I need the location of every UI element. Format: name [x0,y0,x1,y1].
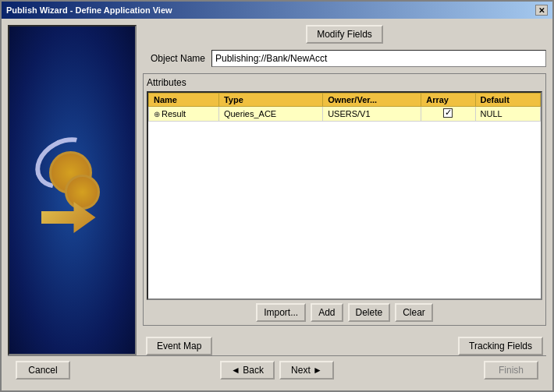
event-map-button[interactable]: Event Map [146,337,212,355]
cell-type: Queries_ACE [218,107,322,122]
clear-button[interactable]: Clear [395,303,433,322]
finish-button[interactable]: Finish [484,361,538,380]
col-header-default: Default [475,94,540,107]
cell-owner: USERS/V1 [323,107,421,122]
close-button[interactable]: ✕ [535,5,548,16]
col-header-name: Name [149,94,219,107]
add-button[interactable]: Add [311,303,343,322]
expand-icon[interactable]: ⊕ [154,110,160,118]
footer-center: ◄ Back Next ► [220,361,334,380]
attributes-table-container: Name Type Owner/Ver... Array Default ⊕Re… [147,91,542,300]
next-button[interactable]: Next ► [279,361,334,380]
window-body: Modify Fields Object Name Attributes Nam… [2,19,552,390]
gear2-icon [65,175,100,210]
table-body: ⊕Result Queries_ACE USERS/V1 NULL [149,107,541,122]
window-title: Publish Wizard - Define Application View [6,5,172,15]
footer-bar: Cancel ◄ Back Next ► Finish [8,355,546,384]
cancel-button[interactable]: Cancel [16,361,70,380]
object-name-input[interactable] [211,50,546,67]
title-bar: Publish Wizard - Define Application View… [2,2,552,19]
cell-default: NULL [475,107,540,122]
import-button[interactable]: Import... [256,303,306,322]
col-header-type: Type [218,94,322,107]
bottom-left: Event Map [146,337,212,355]
tracking-fields-button[interactable]: Tracking Fields [458,337,543,355]
bottom-right: Tracking Fields [458,337,543,355]
content-area: Modify Fields Object Name Attributes Nam… [8,25,546,355]
attributes-legend: Attributes [147,77,542,88]
main-window: Publish Wizard - Define Application View… [0,0,554,392]
left-panel [8,25,137,355]
attributes-group: Attributes Name Type Owner/Ver... Array … [143,73,546,326]
table-header: Name Type Owner/Ver... Array Default [149,94,541,107]
modify-fields-button[interactable]: Modify Fields [306,25,383,44]
modify-fields-row: Modify Fields [143,25,546,44]
right-panel: Modify Fields Object Name Attributes Nam… [143,25,546,355]
attributes-buttons-row: Import... Add Delete Clear [147,303,542,322]
footer-left: Cancel [16,361,70,380]
col-header-owner: Owner/Ver... [323,94,421,107]
col-header-array: Array [421,94,475,107]
gear-illustration [26,136,119,245]
object-name-row: Object Name [143,50,546,67]
back-button[interactable]: ◄ Back [220,361,275,380]
array-checkbox[interactable] [443,108,453,118]
bottom-buttons: Event Map Tracking Fields [143,337,546,355]
object-name-label: Object Name [143,53,205,64]
delete-button[interactable]: Delete [348,303,391,322]
cell-array [421,107,475,122]
decorative-image [9,26,135,354]
cell-name: ⊕Result [149,107,219,122]
table-row[interactable]: ⊕Result Queries_ACE USERS/V1 NULL [149,107,541,122]
table-header-row: Name Type Owner/Ver... Array Default [149,94,541,107]
footer-right: Finish [484,361,538,380]
attributes-table: Name Type Owner/Ver... Array Default ⊕Re… [148,93,541,122]
